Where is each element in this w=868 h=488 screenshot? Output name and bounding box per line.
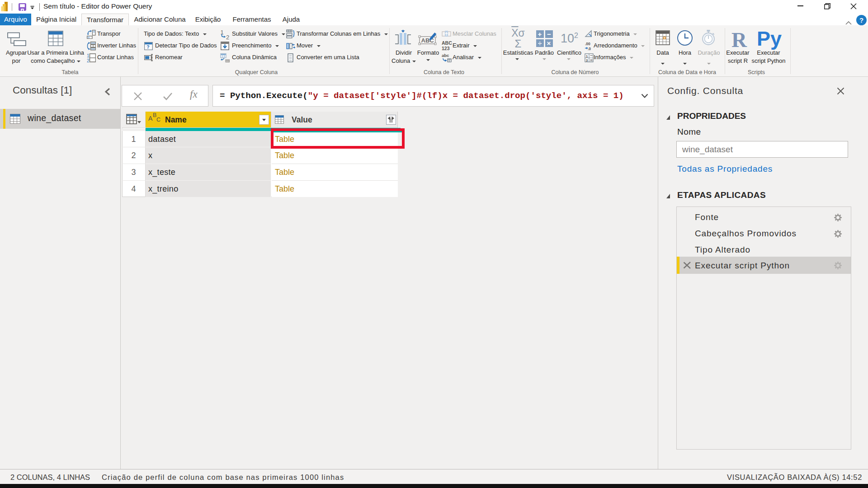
svg-text:1: 1 bbox=[586, 54, 588, 58]
svg-text:3: 3 bbox=[586, 58, 588, 62]
svg-text:1: 1 bbox=[87, 53, 90, 58]
svg-text:abc: abc bbox=[442, 53, 449, 58]
svg-text:?: ? bbox=[146, 44, 150, 50]
svg-text:.00: .00 bbox=[585, 42, 590, 46]
svg-text:+: + bbox=[538, 30, 542, 38]
svg-text:÷: ÷ bbox=[538, 39, 542, 47]
svg-text:−: − bbox=[547, 30, 551, 38]
svg-text:×: × bbox=[547, 39, 551, 47]
svg-text:.0: .0 bbox=[588, 47, 591, 51]
svg-text:2: 2 bbox=[87, 58, 90, 63]
svg-text:2: 2 bbox=[226, 34, 229, 40]
